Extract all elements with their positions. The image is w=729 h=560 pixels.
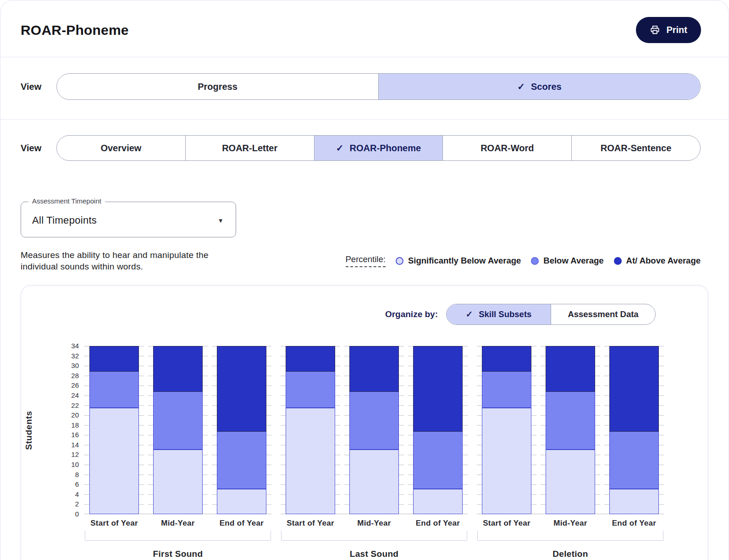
view-mode-toggle: Progress✓Scores <box>56 73 701 100</box>
y-tick-label: 16 <box>71 431 79 439</box>
bar-panel-deletion-start-of-year <box>477 346 536 514</box>
axis-ticks <box>531 346 536 514</box>
y-tick-label: 8 <box>75 471 79 479</box>
bar-segment-below-average <box>153 392 203 449</box>
tab-label: ROAR-Word <box>480 143 534 154</box>
axis-ticks <box>266 346 271 514</box>
bar-segment-below-average <box>89 372 139 408</box>
x-tick-label-mid-year: Mid-Year <box>344 519 404 528</box>
bar-segment-significantly-below-average <box>413 489 463 514</box>
x-tick-label-start-of-year: Start of Year <box>477 519 536 528</box>
stacked-bar-mid-year <box>349 346 399 514</box>
legend-item-significantly-below-average: Significantly Below Average <box>396 256 521 266</box>
chart-group-first-sound: Start of YearMid-YearEnd of YearFirst So… <box>84 346 271 559</box>
organize-option-skill-subsets[interactable]: ✓Skill Subsets <box>447 304 551 324</box>
tab-label: ROAR-Sentence <box>601 143 671 154</box>
y-tick-label: 30 <box>71 362 79 370</box>
stacked-bar-end-of-year <box>413 346 463 514</box>
view-mode-row: View Progress✓Scores <box>0 57 729 119</box>
stacked-bar-mid-year <box>546 346 595 514</box>
print-button-label: Print <box>666 25 687 35</box>
view-mode-option-scores[interactable]: ✓Scores <box>378 74 700 99</box>
axis-ticks <box>344 346 349 514</box>
tab-label: Overview <box>100 143 141 154</box>
tab-roar-letter[interactable]: ROAR-Letter <box>185 136 314 160</box>
bar-segment-below-average <box>609 432 659 489</box>
description-legend-row: Measures the ability to hear and manipul… <box>0 237 729 272</box>
view-mode-option-progress[interactable]: Progress <box>57 74 378 99</box>
chevron-down-icon: ▼ <box>218 217 224 224</box>
axis-ticks <box>659 346 664 514</box>
organize-option-label: Assessment Data <box>568 309 638 319</box>
legend-dot-icon <box>531 257 539 265</box>
bar-segment-at-above-average <box>153 346 203 392</box>
stacked-bar-chart: Students 0246810121416182022242628303234… <box>21 346 708 559</box>
tab-label: ROAR-Letter <box>222 143 277 154</box>
group-panels <box>84 346 271 514</box>
bar-segment-at-above-average <box>546 346 595 392</box>
y-axis: Students 0246810121416182022242628303234 <box>21 346 84 514</box>
print-button[interactable]: Print <box>636 17 701 43</box>
bar-segment-below-average <box>546 392 595 449</box>
timepoint-select-label: Assessment Timepoint <box>28 197 105 205</box>
timepoint-select[interactable]: Assessment Timepoint All Timepoints ▼ <box>21 202 236 237</box>
x-tick-label-start-of-year: Start of Year <box>281 519 340 528</box>
bar-segment-at-above-average <box>413 346 463 432</box>
bar-segment-significantly-below-average <box>286 408 335 514</box>
group-bracket <box>477 531 663 541</box>
y-tick-label: 6 <box>75 480 79 489</box>
bar-segment-significantly-below-average <box>89 408 139 514</box>
bar-panel-first-sound-mid-year <box>148 346 208 514</box>
axis-ticks <box>212 346 217 514</box>
axis-ticks <box>408 346 413 514</box>
stacked-bar-mid-year <box>153 346 203 514</box>
check-icon: ✓ <box>336 143 344 154</box>
group-bracket <box>281 531 467 541</box>
y-tick-label: 0 <box>75 510 79 518</box>
percentile-legend-label[interactable]: Percentile: <box>346 254 386 267</box>
x-tick-label-start-of-year: Start of Year <box>84 519 144 528</box>
x-tick-label-end-of-year: End of Year <box>212 519 271 528</box>
tab-overview[interactable]: Overview <box>57 136 185 160</box>
bar-segment-at-above-average <box>89 346 139 372</box>
bar-segment-significantly-below-average <box>546 450 595 514</box>
x-tick-label-end-of-year: End of Year <box>408 519 468 528</box>
axis-ticks <box>203 346 208 514</box>
bar-segment-below-average <box>482 372 531 408</box>
bar-panel-first-sound-end-of-year <box>212 346 271 514</box>
stacked-bar-end-of-year <box>217 346 266 514</box>
assessment-tabs: OverviewROAR-Letter✓ROAR-PhonemeROAR-Wor… <box>56 135 701 161</box>
tab-roar-word[interactable]: ROAR-Word <box>442 136 571 160</box>
percentile-legend: Percentile: Significantly Below AverageB… <box>346 254 701 267</box>
organize-option-assessment-data[interactable]: Assessment Data <box>551 304 655 324</box>
x-tick-labels: Start of YearMid-YearEnd of Year <box>84 519 271 528</box>
legend-item-at-above-average: At/ Above Average <box>614 256 701 266</box>
axis-ticks <box>541 346 546 514</box>
tab-roar-phoneme[interactable]: ✓ROAR-Phoneme <box>314 136 443 160</box>
bar-panel-first-sound-start-of-year <box>84 346 144 514</box>
y-tick-label: 22 <box>71 401 79 410</box>
y-tick-label: 32 <box>71 352 79 360</box>
bar-segment-significantly-below-average <box>217 489 266 514</box>
group-title-last-sound: Last Sound <box>281 549 468 559</box>
chart-card: Organize by: ✓Skill SubsetsAssessment Da… <box>21 285 708 560</box>
y-tick-label: 20 <box>71 411 79 419</box>
legend-dot-icon <box>614 257 622 265</box>
axis-ticks <box>463 346 468 514</box>
bar-panel-last-sound-start-of-year <box>281 346 340 514</box>
y-tick-label: 14 <box>71 441 79 449</box>
bar-segment-at-above-average <box>286 346 335 372</box>
y-tick-label: 26 <box>71 381 79 390</box>
x-tick-label-mid-year: Mid-Year <box>148 519 208 528</box>
legend-item-label: Significantly Below Average <box>408 256 521 266</box>
tab-roar-sentence[interactable]: ROAR-Sentence <box>571 136 700 160</box>
y-tick-label: 28 <box>71 372 79 380</box>
bar-panel-deletion-mid-year <box>541 346 600 514</box>
legend-item-label: At/ Above Average <box>626 256 701 266</box>
y-tick-label: 4 <box>75 490 79 499</box>
legend-item-below-average: Below Average <box>531 256 603 266</box>
legend-item-label: Below Average <box>543 256 603 266</box>
y-tick-label: 24 <box>71 391 79 400</box>
bar-segment-at-above-average <box>349 346 399 392</box>
bar-segment-significantly-below-average <box>153 450 203 514</box>
